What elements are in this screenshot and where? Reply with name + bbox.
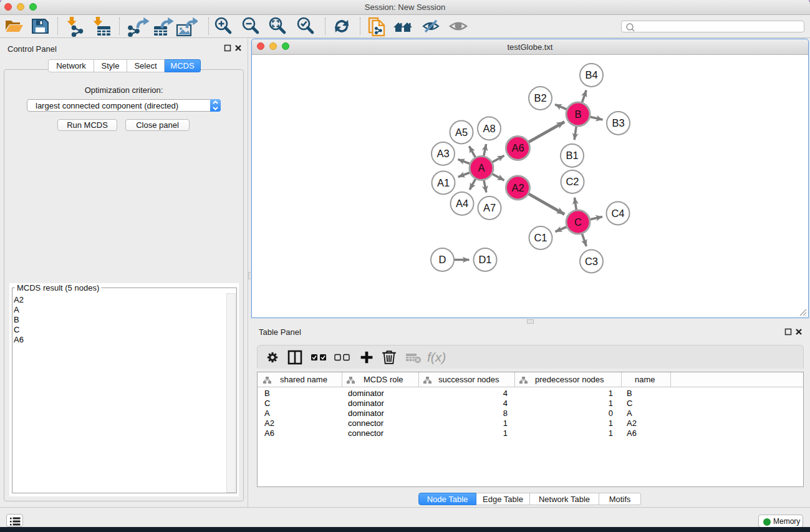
- svg-text:C2: C2: [566, 176, 579, 187]
- svg-text:B4: B4: [585, 69, 597, 80]
- svg-text:B: B: [574, 109, 581, 120]
- svg-text:A: A: [478, 162, 485, 173]
- svg-text:A8: A8: [483, 123, 495, 134]
- svg-text:B1: B1: [566, 150, 578, 161]
- svg-text:C4: C4: [611, 208, 624, 219]
- svg-text:A6: A6: [511, 142, 524, 153]
- svg-text:C: C: [574, 216, 582, 228]
- svg-text:B3: B3: [612, 117, 624, 128]
- svg-text:A1: A1: [437, 177, 450, 188]
- svg-text:f(x): f(x): [427, 350, 446, 364]
- svg-text:A2: A2: [511, 182, 524, 193]
- svg-text:C3: C3: [585, 256, 598, 267]
- svg-text:D: D: [439, 254, 446, 265]
- svg-text:A4: A4: [456, 198, 468, 209]
- svg-text:A3: A3: [436, 148, 449, 159]
- svg-text:D1: D1: [478, 254, 491, 265]
- svg-text:C1: C1: [534, 232, 547, 243]
- svg-text:A7: A7: [483, 202, 496, 213]
- svg-text:A5: A5: [455, 127, 468, 138]
- svg-text:B2: B2: [534, 92, 546, 104]
